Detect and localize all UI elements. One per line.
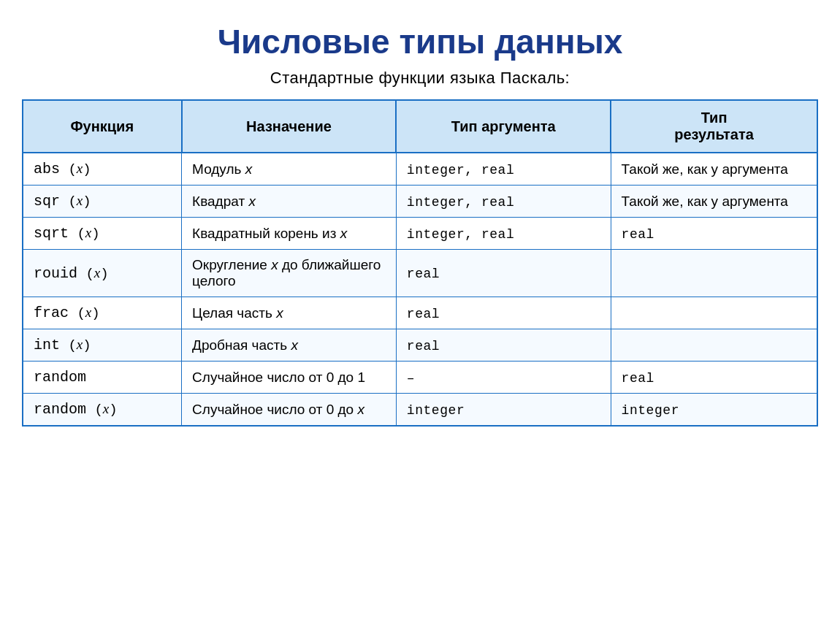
arg-type-value: real (407, 339, 440, 353)
table-row: frac (x)Целая часть xreal (23, 297, 817, 329)
table-row: abs (x)Модуль xinteger, realТакой же, ка… (23, 153, 817, 186)
table-row: sqr (x)Квадрат xinteger, realТакой же, к… (23, 186, 817, 218)
cell-desc: Модуль x (182, 153, 397, 186)
table-row: int (x)Дробная часть xreal (23, 329, 817, 362)
result-type-value (611, 250, 817, 297)
result-type-value: Такой же, как у аргумента (611, 186, 817, 218)
result-type-value: Такой же, как у аргумента (611, 153, 817, 186)
table-row: randomСлучайное число от 0 до 1–real (23, 362, 817, 394)
desc-prefix: Квадрат (192, 194, 248, 209)
func-display: int (x) (34, 337, 91, 352)
desc-italic: x (340, 226, 348, 241)
desc-italic: x (291, 337, 298, 353)
cell-argtype: real (396, 297, 611, 329)
result-type-value: real (622, 227, 654, 242)
data-table: Функция Назначение Тип аргумента Типрезу… (22, 99, 818, 427)
cell-desc: Квадратный корень из x (182, 218, 397, 250)
header-argtype: Тип аргумента (396, 100, 611, 153)
desc-prefix: Целая часть (192, 305, 276, 321)
cell-desc: Случайное число от 0 до x (182, 394, 397, 427)
cell-func: sqrt (x) (23, 218, 182, 250)
cell-func: random (x) (23, 394, 182, 427)
table-row: sqrt (x)Квадратный корень из xinteger, r… (23, 218, 817, 250)
cell-desc: Целая часть x (182, 297, 397, 329)
table-row: rouid (x)Округление x до ближайшего цело… (23, 250, 817, 297)
desc-italic: x (357, 402, 364, 417)
cell-desc: Случайное число от 0 до 1 (182, 362, 397, 394)
cell-argtype: real (396, 329, 611, 362)
cell-func: int (x) (23, 329, 182, 362)
cell-restype: integer (611, 394, 817, 427)
cell-argtype: integer, real (396, 218, 611, 250)
cell-argtype: integer (396, 394, 611, 427)
func-display: sqrt (x) (34, 225, 100, 240)
desc-italic: x (248, 194, 256, 209)
cell-func: frac (x) (23, 297, 182, 329)
arg-type-value: – (407, 371, 415, 386)
page-container: Числовые типы данных Стандартные функции… (22, 15, 818, 427)
table-header-row: Функция Назначение Тип аргумента Типрезу… (23, 100, 817, 153)
cell-restype: real (611, 362, 817, 394)
arg-type-value: integer, real (407, 227, 514, 242)
arg-type-value: integer, real (407, 163, 514, 177)
page-title: Числовые типы данных (22, 22, 818, 61)
desc-prefix: Модуль (192, 161, 245, 177)
func-display: abs (x) (34, 161, 91, 176)
func-display: frac (x) (34, 305, 100, 320)
result-type-value (611, 329, 817, 362)
arg-type-value: real (407, 267, 440, 281)
desc-italic: x (271, 257, 278, 272)
desc-prefix: Квадратный корень из (192, 226, 340, 241)
arg-type-value: integer, real (407, 195, 514, 210)
subtitle: Стандартные функции языка Паскаль: (22, 69, 818, 88)
result-type-value (611, 297, 817, 329)
result-type-value: real (622, 371, 654, 386)
cell-desc: Квадрат x (182, 186, 397, 218)
desc-italic: x (245, 161, 253, 177)
cell-func: random (23, 362, 182, 394)
desc-prefix: Случайное число от 0 до (192, 402, 357, 417)
cell-restype: real (611, 218, 817, 250)
cell-argtype: integer, real (396, 186, 611, 218)
cell-argtype: real (396, 250, 611, 297)
cell-argtype: integer, real (396, 153, 611, 186)
cell-desc: Дробная часть x (182, 329, 397, 362)
cell-desc: Округление x до ближайшего целого (182, 250, 397, 297)
cell-func: sqr (x) (23, 186, 182, 218)
arg-type-value: real (407, 307, 440, 321)
cell-func: abs (x) (23, 153, 182, 186)
table-row: random (x)Случайное число от 0 до xinteg… (23, 394, 817, 427)
result-type-value: integer (622, 403, 679, 418)
desc-prefix: Дробная часть (192, 337, 291, 353)
desc-italic: x (276, 305, 283, 321)
cell-func: rouid (x) (23, 250, 182, 297)
cell-argtype: – (396, 362, 611, 394)
func-display: sqr (x) (34, 193, 91, 208)
desc-prefix: Округление (192, 257, 271, 272)
arg-type-value: integer (407, 403, 465, 418)
header-func: Функция (23, 100, 182, 153)
header-desc: Назначение (182, 100, 397, 153)
func-display: random (x) (34, 401, 118, 416)
func-display: rouid (x) (34, 265, 109, 280)
header-restype: Типрезультата (611, 100, 817, 153)
